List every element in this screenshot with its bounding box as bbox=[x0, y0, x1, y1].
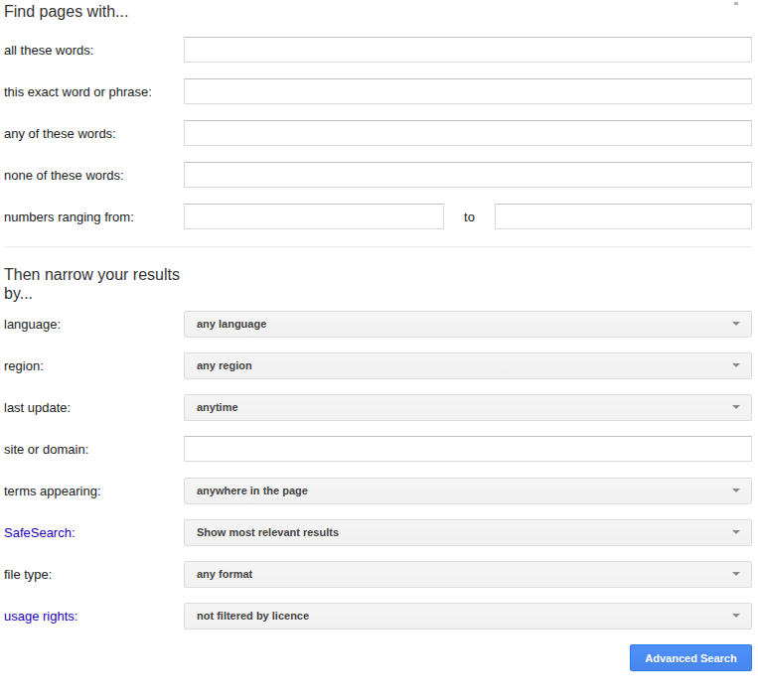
region-select[interactable]: any region bbox=[184, 352, 752, 379]
chevron-down-icon bbox=[732, 363, 740, 367]
any-words-input[interactable] bbox=[184, 120, 752, 146]
page-edge-artifact bbox=[734, 2, 738, 5]
site-or-domain-input[interactable] bbox=[184, 436, 752, 462]
file-type-select[interactable]: any format bbox=[184, 561, 752, 588]
safesearch-link[interactable]: SafeSearch: bbox=[4, 525, 184, 540]
region-select-value: any region bbox=[185, 359, 252, 371]
chevron-down-icon bbox=[732, 489, 740, 492]
language-row: language: any language bbox=[4, 311, 752, 337]
all-these-words-input[interactable] bbox=[184, 37, 752, 63]
number-low-input[interactable] bbox=[184, 204, 444, 229]
number-high-input[interactable] bbox=[495, 204, 752, 229]
safesearch-select-value: Show most relevant results bbox=[185, 526, 339, 538]
site-or-domain-label: site or domain: bbox=[4, 442, 184, 457]
exact-phrase-input[interactable] bbox=[184, 78, 752, 104]
none-words-row: none of these words: bbox=[4, 162, 752, 188]
region-label: region: bbox=[4, 358, 184, 373]
to-label: to bbox=[444, 210, 495, 224]
any-words-label: any of these words: bbox=[4, 126, 184, 141]
all-these-words-label: all these words: bbox=[4, 43, 184, 58]
language-select[interactable]: any language bbox=[184, 311, 752, 338]
none-words-input[interactable] bbox=[184, 162, 752, 188]
safesearch-select[interactable]: Show most relevant results bbox=[184, 519, 752, 546]
file-type-label: file type: bbox=[4, 567, 184, 582]
advanced-search-form: Find pages with... all these words: this… bbox=[0, 0, 758, 671]
all-these-words-row: all these words: bbox=[4, 37, 752, 63]
chevron-down-icon bbox=[732, 405, 740, 409]
exact-phrase-label: this exact word or phrase: bbox=[4, 84, 184, 99]
last-update-row: last update: anytime bbox=[4, 394, 752, 420]
terms-appearing-label: terms appearing: bbox=[4, 484, 184, 498]
usage-rights-select[interactable]: not filtered by licence bbox=[184, 603, 752, 630]
language-select-value: any language bbox=[185, 318, 266, 330]
last-update-label: last update: bbox=[4, 400, 184, 415]
last-update-select-value: anytime bbox=[185, 401, 238, 413]
footer-actions: Advanced Search bbox=[4, 644, 752, 671]
find-pages-heading: Find pages with... bbox=[4, 2, 752, 21]
safesearch-row: SafeSearch: Show most relevant results bbox=[4, 519, 752, 545]
any-words-row: any of these words: bbox=[4, 120, 752, 146]
section-divider bbox=[4, 246, 752, 247]
file-type-row: file type: any format bbox=[4, 561, 752, 587]
region-row: region: any region bbox=[4, 352, 752, 378]
numbers-ranging-row: numbers ranging from: to bbox=[4, 204, 752, 229]
terms-appearing-row: terms appearing: anywhere in the page bbox=[4, 478, 752, 503]
language-label: language: bbox=[4, 317, 184, 332]
terms-appearing-select[interactable]: anywhere in the page bbox=[184, 478, 752, 504]
chevron-down-icon bbox=[732, 614, 740, 618]
site-or-domain-row: site or domain: bbox=[4, 436, 752, 462]
chevron-down-icon bbox=[732, 322, 740, 326]
usage-rights-row: usage rights: not filtered by licence bbox=[4, 603, 752, 629]
last-update-select[interactable]: anytime bbox=[184, 394, 752, 421]
chevron-down-icon bbox=[732, 530, 740, 534]
usage-rights-link[interactable]: usage rights: bbox=[4, 609, 184, 624]
exact-phrase-row: this exact word or phrase: bbox=[4, 78, 752, 104]
narrow-results-heading: Then narrow your results by... bbox=[4, 265, 198, 303]
none-words-label: none of these words: bbox=[4, 168, 184, 183]
usage-rights-select-value: not filtered by licence bbox=[185, 610, 309, 622]
file-type-select-value: any format bbox=[185, 568, 252, 580]
numbers-ranging-label: numbers ranging from: bbox=[4, 210, 184, 224]
advanced-search-button[interactable]: Advanced Search bbox=[630, 644, 752, 671]
terms-appearing-select-value: anywhere in the page bbox=[185, 485, 308, 496]
chevron-down-icon bbox=[732, 572, 740, 576]
